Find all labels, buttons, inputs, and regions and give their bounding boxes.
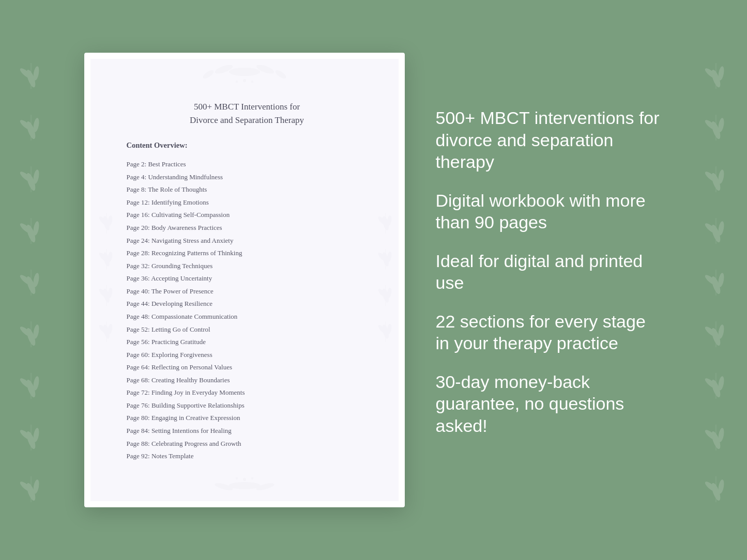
toc-page-number: Page 8: bbox=[127, 185, 147, 194]
toc-page-number: Page 12: bbox=[127, 198, 150, 207]
toc-item: Page 32: Grounding Techniques bbox=[127, 260, 368, 273]
svg-point-72 bbox=[229, 68, 260, 76]
toc-title: Engaging in Creative Expression bbox=[150, 414, 240, 422]
toc-title: Body Awareness Practices bbox=[150, 224, 222, 231]
toc-page-number: Page 2: bbox=[127, 160, 147, 169]
toc-item: Page 4: Understanding Mindfulness bbox=[127, 171, 368, 184]
toc-item: Page 8: The Role of Thoughts bbox=[127, 183, 368, 196]
toc-title: Compassionate Communication bbox=[150, 313, 238, 320]
toc-page-number: Page 72: bbox=[127, 388, 150, 397]
toc-item: Page 56: Practicing Gratitude bbox=[127, 336, 368, 349]
table-of-contents: Page 2: Best PracticesPage 4: Understand… bbox=[127, 158, 368, 463]
toc-item: Page 84: Setting Intentions for Healing bbox=[127, 425, 368, 438]
toc-title: The Role of Thoughts bbox=[146, 185, 207, 193]
document-inner: 500+ MBCT Interventions for Divorce and … bbox=[90, 59, 399, 501]
toc-title: Practicing Gratitude bbox=[150, 338, 206, 346]
toc-item: Page 76: Building Supportive Relationshi… bbox=[127, 399, 368, 412]
toc-title: Understanding Mindfulness bbox=[146, 173, 223, 181]
toc-item: Page 16: Cultivating Self-Compassion bbox=[127, 209, 368, 222]
toc-page-number: Page 20: bbox=[127, 223, 150, 232]
toc-page-number: Page 60: bbox=[127, 350, 150, 360]
toc-page-number: Page 68: bbox=[127, 376, 150, 385]
feature-text-5: 30-day money-back guarantee, no question… bbox=[436, 371, 663, 437]
toc-page-number: Page 16: bbox=[127, 210, 150, 220]
toc-title: Cultivating Self-Compassion bbox=[150, 211, 230, 219]
right-side-decoration bbox=[374, 203, 394, 357]
toc-item: Page 68: Creating Healthy Boundaries bbox=[127, 374, 368, 387]
content-overview-label: Content Overview: bbox=[127, 141, 368, 150]
svg-point-113 bbox=[214, 482, 233, 492]
toc-item: Page 64: Reflecting on Personal Values bbox=[127, 361, 368, 374]
svg-point-115 bbox=[243, 478, 246, 481]
document-title: 500+ MBCT Interventions for Divorce and … bbox=[127, 100, 368, 127]
svg-point-117 bbox=[251, 477, 253, 479]
toc-item: Page 88: Celebrating Progress and Growth bbox=[127, 437, 368, 450]
toc-item: Page 52: Letting Go of Control bbox=[127, 323, 368, 336]
toc-page-number: Page 4: bbox=[127, 173, 147, 182]
toc-page-number: Page 24: bbox=[127, 236, 150, 245]
right-leaf-decoration bbox=[685, 0, 747, 560]
toc-page-number: Page 56: bbox=[127, 337, 150, 347]
toc-page-number: Page 40: bbox=[127, 287, 150, 296]
toc-title: Best Practices bbox=[146, 160, 186, 168]
toc-title: Creating Healthy Boundaries bbox=[150, 376, 230, 384]
toc-item: Page 48: Compassionate Communication bbox=[127, 310, 368, 323]
svg-point-75 bbox=[202, 69, 215, 80]
svg-point-112 bbox=[229, 482, 260, 489]
toc-page-number: Page 44: bbox=[127, 299, 150, 308]
svg-point-116 bbox=[236, 477, 238, 479]
svg-point-77 bbox=[243, 79, 246, 82]
svg-point-76 bbox=[274, 69, 287, 80]
toc-item: Page 44: Developing Resilience bbox=[127, 298, 368, 310]
toc-page-number: Page 32: bbox=[127, 261, 150, 271]
feature-block-3: Ideal for digital and printed use bbox=[436, 250, 663, 294]
feature-text-2: Digital workbook with more than 90 pages bbox=[436, 190, 663, 234]
toc-title: Reflecting on Personal Values bbox=[150, 363, 232, 371]
toc-item: Page 36: Accepting Uncertainty bbox=[127, 272, 368, 285]
toc-title: Accepting Uncertainty bbox=[150, 274, 212, 282]
feature-block-2: Digital workbook with more than 90 pages bbox=[436, 190, 663, 234]
toc-item: Page 24: Navigating Stress and Anxiety bbox=[127, 234, 368, 247]
toc-title: Identifying Emotions bbox=[150, 198, 209, 206]
content-wrapper: 500+ MBCT Interventions for Divorce and … bbox=[64, 53, 684, 507]
feature-block-5: 30-day money-back guarantee, no question… bbox=[436, 371, 663, 437]
toc-page-number: Page 48: bbox=[127, 312, 150, 321]
feature-text-1: 500+ MBCT interventions for divorce and … bbox=[436, 107, 663, 173]
toc-title: Recognizing Patterns of Thinking bbox=[150, 249, 242, 257]
toc-item: Page 80: Engaging in Creative Expression bbox=[127, 412, 368, 425]
feature-text-3: Ideal for digital and printed use bbox=[436, 250, 663, 294]
feature-block-1: 500+ MBCT interventions for divorce and … bbox=[436, 107, 663, 173]
toc-item: Page 20: Body Awareness Practices bbox=[127, 222, 368, 235]
toc-item: Page 2: Best Practices bbox=[127, 158, 368, 171]
toc-page-number: Page 84: bbox=[127, 426, 150, 435]
features-panel: 500+ MBCT interventions for divorce and … bbox=[436, 107, 663, 453]
top-decoration bbox=[193, 59, 296, 85]
toc-page-number: Page 76: bbox=[127, 401, 150, 410]
toc-title: Letting Go of Control bbox=[150, 325, 210, 333]
feature-text-4: 22 sections for every stage in your ther… bbox=[436, 310, 663, 354]
toc-item: Page 60: Exploring Forgiveness bbox=[127, 348, 368, 361]
toc-page-number: Page 64: bbox=[127, 363, 150, 372]
toc-title: Exploring Forgiveness bbox=[150, 351, 212, 359]
toc-title: Building Supportive Relationships bbox=[150, 401, 245, 409]
svg-point-78 bbox=[236, 81, 238, 83]
toc-page-number: Page 52: bbox=[127, 325, 150, 334]
bottom-decoration bbox=[193, 475, 296, 496]
toc-title: Grounding Techniques bbox=[150, 262, 213, 270]
document: 500+ MBCT Interventions for Divorce and … bbox=[84, 53, 405, 507]
toc-page-number: Page 28: bbox=[127, 248, 150, 258]
svg-point-114 bbox=[255, 482, 275, 492]
toc-item: Page 28: Recognizing Patterns of Thinkin… bbox=[127, 247, 368, 260]
toc-page-number: Page 92: bbox=[127, 452, 150, 461]
toc-item: Page 12: Identifying Emotions bbox=[127, 196, 368, 209]
toc-page-number: Page 80: bbox=[127, 413, 150, 423]
toc-item: Page 92: Notes Template bbox=[127, 450, 368, 463]
toc-title: Navigating Stress and Anxiety bbox=[150, 237, 234, 244]
left-leaf-decoration bbox=[0, 0, 62, 560]
toc-item: Page 72: Finding Joy in Everyday Moments bbox=[127, 386, 368, 399]
left-side-decoration bbox=[95, 203, 115, 357]
toc-title: Notes Template bbox=[150, 452, 194, 460]
toc-title: Celebrating Progress and Growth bbox=[150, 440, 241, 447]
toc-title: The Power of Presence bbox=[150, 287, 214, 295]
toc-title: Developing Resilience bbox=[150, 300, 212, 307]
